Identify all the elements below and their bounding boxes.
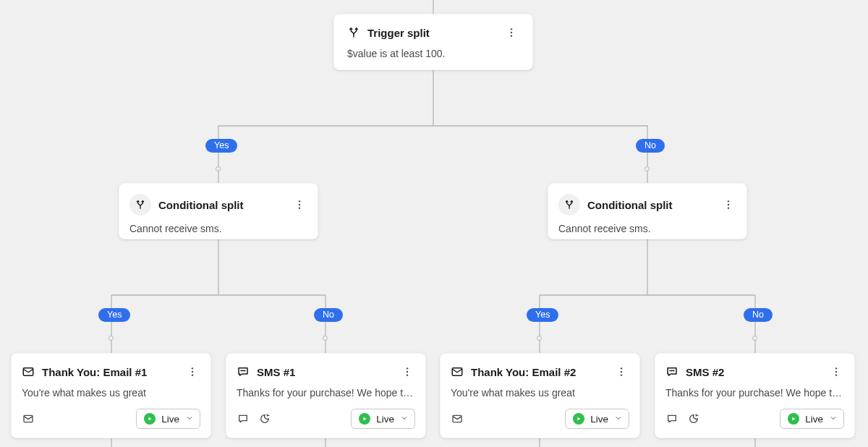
quiet-hours-icon (258, 412, 271, 425)
email-node[interactable]: Thank You: Email #1 You're what makes us… (11, 353, 211, 438)
svg-point-20 (299, 200, 300, 202)
branch-pill-yes: Yes (527, 308, 558, 322)
branch-pill-yes: Yes (98, 308, 130, 322)
svg-point-28 (192, 371, 193, 372)
status-label: Live (161, 414, 179, 425)
connector-add-dot[interactable] (644, 166, 650, 171)
svg-point-21 (299, 204, 300, 205)
svg-point-37 (621, 374, 622, 375)
sms-node[interactable]: SMS #1 Thanks for your purchase! We hope… (226, 353, 426, 438)
connector-add-dot[interactable] (216, 166, 221, 171)
node-menu-button[interactable] (184, 364, 200, 380)
svg-point-23 (728, 200, 729, 202)
email-node-title: Thank You: Email #2 (471, 366, 606, 378)
branch-pill-no: No (744, 308, 773, 322)
sms-icon (665, 365, 678, 378)
connector-add-dot[interactable] (323, 336, 328, 341)
svg-point-25 (728, 207, 729, 208)
svg-point-27 (192, 367, 193, 369)
quiet-hours-icon (687, 412, 700, 425)
status-dropdown[interactable]: Live (351, 409, 415, 429)
conditional-split-node[interactable]: Conditional split Cannot receive sms. (548, 183, 747, 239)
split-icon (129, 194, 151, 216)
branch-pill-no: No (636, 139, 665, 153)
email-node-description: You're what makes us great (22, 387, 200, 399)
play-status-icon (788, 413, 799, 425)
email-outline-icon (22, 412, 35, 425)
chevron-down-icon (829, 414, 838, 425)
status-dropdown[interactable]: Live (136, 409, 200, 429)
trigger-split-description: $value is at least 100. (347, 48, 519, 59)
svg-point-22 (299, 207, 300, 208)
node-menu-button[interactable] (828, 364, 844, 380)
branch-pill-no: No (314, 308, 343, 322)
svg-point-35 (621, 367, 622, 369)
email-icon (451, 365, 464, 378)
node-menu-button[interactable] (292, 197, 307, 213)
svg-point-32 (407, 371, 408, 372)
sms-icon (237, 365, 250, 378)
svg-point-17 (511, 28, 512, 30)
chevron-down-icon (400, 414, 409, 425)
svg-point-19 (511, 35, 512, 36)
svg-point-18 (511, 32, 512, 33)
chevron-down-icon (185, 414, 194, 425)
sms-outline-icon (665, 412, 678, 425)
conditional-split-title: Conditional split (587, 199, 713, 211)
svg-point-31 (407, 367, 408, 369)
svg-point-40 (835, 371, 837, 372)
svg-point-29 (192, 374, 193, 375)
play-status-icon (573, 413, 584, 425)
email-outline-icon (451, 412, 464, 425)
status-label: Live (376, 414, 394, 425)
status-label: Live (590, 414, 608, 425)
play-status-icon (144, 413, 156, 425)
svg-point-41 (835, 374, 837, 375)
sms-node-description: Thanks for your purchase! We hope that … (665, 387, 844, 399)
sms-outline-icon (237, 412, 250, 425)
svg-point-36 (621, 371, 622, 372)
status-dropdown[interactable]: Live (780, 409, 844, 429)
conditional-split-node[interactable]: Conditional split Cannot receive sms. (119, 183, 318, 239)
email-node-title: Thank You: Email #1 (42, 366, 177, 378)
svg-point-33 (407, 374, 408, 375)
trigger-split-node[interactable]: Trigger split $value is at least 100. (333, 14, 533, 70)
connector-add-dot[interactable] (537, 336, 542, 341)
connector-add-dot[interactable] (752, 336, 757, 341)
sms-node[interactable]: SMS #2 Thanks for your purchase! We hope… (655, 353, 855, 438)
node-menu-button[interactable] (613, 364, 629, 380)
split-icon (558, 194, 580, 216)
email-icon (22, 365, 35, 378)
sms-node-title: SMS #1 (257, 366, 392, 378)
sms-node-description: Thanks for your purchase! We hope that … (237, 387, 415, 399)
status-label: Live (805, 414, 823, 425)
play-status-icon (359, 413, 370, 425)
connector-add-dot[interactable] (109, 336, 114, 341)
sms-node-title: SMS #2 (686, 366, 821, 378)
node-menu-button[interactable] (720, 197, 736, 213)
split-icon (347, 26, 360, 39)
branch-pill-yes: Yes (205, 139, 237, 153)
svg-point-24 (728, 204, 729, 205)
conditional-split-description: Cannot receive sms. (129, 223, 307, 234)
conditional-split-description: Cannot receive sms. (558, 223, 736, 234)
svg-point-39 (835, 367, 837, 369)
conditional-split-title: Conditional split (158, 199, 284, 211)
status-dropdown[interactable]: Live (565, 409, 629, 429)
chevron-down-icon (614, 414, 623, 425)
node-menu-button[interactable] (503, 25, 519, 41)
email-node[interactable]: Thank You: Email #2 You're what makes us… (440, 353, 640, 438)
trigger-split-title: Trigger split (367, 27, 496, 39)
node-menu-button[interactable] (399, 364, 415, 380)
email-node-description: You're what makes us great (451, 387, 629, 399)
